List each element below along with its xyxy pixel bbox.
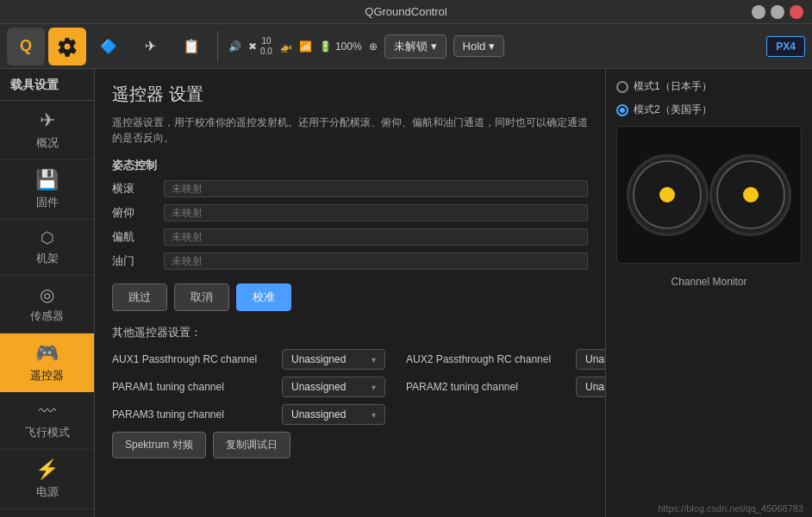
- sidebar-item-label-power: 电源: [36, 484, 59, 500]
- hold-label: Hold: [463, 40, 486, 53]
- calibrate-button[interactable]: 校准: [236, 283, 291, 311]
- settings-label-param2: PARAM2 tuning channel: [406, 381, 565, 393]
- left-joystick: [633, 160, 702, 229]
- channel-name-pitch: 俯仰: [112, 205, 164, 221]
- channel-name-throttle: 油门: [112, 253, 164, 269]
- channel-row-roll: 横滚 未映射: [112, 180, 588, 197]
- signal-value: 100.0: [260, 36, 272, 57]
- aux2-dropdown[interactable]: Unassigned ▾: [576, 349, 605, 370]
- toolbar-plan-button[interactable]: 📋: [172, 28, 210, 65]
- skip-button[interactable]: 跳过: [112, 283, 167, 311]
- attitude-section-label: 姿态控制: [112, 158, 588, 173]
- spektrum-button[interactable]: Spektrum 对频: [112, 432, 206, 458]
- right-joystick-outer: [709, 154, 791, 236]
- channel-bar-yaw: 未映射: [164, 228, 588, 246]
- param1-dropdown[interactable]: Unassigned ▾: [282, 377, 385, 397]
- unlock-button[interactable]: 未解锁 ▾: [384, 34, 447, 59]
- sidebar-item-rc[interactable]: 🎮 遥控器: [0, 333, 94, 393]
- window-controls: [752, 5, 803, 19]
- settings-grid: AUX1 Passthrough RC channel Unassigned ▾…: [112, 349, 588, 425]
- channel-status-yaw: 未映射: [172, 230, 203, 245]
- sidebar-item-airframe[interactable]: ⬡ 机架: [0, 220, 94, 276]
- channel-row-yaw: 偏航 未映射: [112, 228, 588, 246]
- sidebar-item-motors[interactable]: ⚙ 电机: [0, 509, 94, 517]
- sidebar-item-label-airframe: 机架: [36, 251, 59, 266]
- settings-row-0: AUX1 Passthrough RC channel Unassigned ▾…: [112, 349, 588, 370]
- battery-icon: 🔋: [319, 40, 332, 53]
- power-icon: ⚡: [35, 458, 59, 481]
- window-title: QGroundControl: [60, 5, 752, 18]
- copy-button[interactable]: 复制调试日: [213, 432, 290, 458]
- toolbar-home-button[interactable]: Q: [7, 28, 45, 65]
- rc-icon: 🎮: [35, 342, 59, 364]
- sidebar-item-label-summary: 概况: [36, 135, 59, 151]
- hold-button[interactable]: Hold ▾: [453, 35, 505, 57]
- mode1-option[interactable]: 模式1（日本手）: [616, 79, 712, 94]
- summary-icon: ✈: [40, 109, 55, 132]
- toolbar-separator: [217, 31, 218, 62]
- sidebar-header: 载具设置: [0, 69, 94, 101]
- cancel-button[interactable]: 取消: [174, 283, 229, 311]
- minimize-button[interactable]: [752, 5, 765, 19]
- param1-value: Unassigned: [291, 381, 346, 393]
- param1-arrow-icon: ▾: [372, 383, 376, 392]
- channel-bar-roll: 未映射: [164, 180, 588, 197]
- right-panel: 模式1（日本手） 模式2（美国手） Channel Monitor: [605, 69, 812, 517]
- joystick-monitor: [616, 126, 802, 264]
- footer-url: https://blog.csdn.net/qq_45068783: [658, 503, 803, 514]
- hold-dropdown-icon: ▾: [489, 40, 495, 53]
- close-button[interactable]: [790, 5, 803, 19]
- mode2-radio: [616, 104, 628, 116]
- bars-icon: 📶: [299, 40, 312, 53]
- bottom-buttons: Spektrum 对频 复制调试日: [112, 432, 588, 458]
- maximize-button[interactable]: [771, 5, 784, 19]
- sidebar-item-sensors[interactable]: ◎ 传感器: [0, 276, 94, 333]
- drone-icon: 🚁: [279, 40, 292, 53]
- sensors-icon: ◎: [40, 284, 54, 305]
- battery-value: 100%: [335, 40, 362, 53]
- channel-monitor-label: Channel Monitor: [616, 276, 802, 288]
- channel-status-roll: 未映射: [172, 182, 203, 196]
- speaker-icon: 🔊: [228, 40, 241, 53]
- drone-status: 🚁: [279, 40, 292, 53]
- left-joystick-outer: [627, 154, 709, 236]
- sidebar-item-firmware[interactable]: 💾 固件: [0, 160, 94, 220]
- settings-label-param3: PARAM3 tuning channel: [112, 408, 272, 420]
- mode1-radio: [616, 81, 628, 93]
- channel-name-roll: 横滚: [112, 181, 164, 196]
- toolbar-fly-button[interactable]: ✈: [131, 28, 169, 65]
- param3-dropdown[interactable]: Unassigned ▾: [282, 404, 385, 425]
- aux1-dropdown[interactable]: Unassigned ▾: [282, 349, 385, 370]
- airframe-icon: ⬡: [41, 228, 54, 247]
- settings-row-1: PARAM1 tuning channel Unassigned ▾ PARAM…: [112, 377, 588, 397]
- param2-dropdown[interactable]: Unassigned ▾: [576, 377, 605, 397]
- param2-value: Unassigned: [585, 381, 605, 393]
- toolbar-status: 🔊 ✖ 100.0 🚁 📶 🔋 100% ⊕ 未解锁 ▾ Hold ▾: [228, 34, 504, 59]
- channel-name-yaw: 偏航: [112, 229, 164, 245]
- channel-row-pitch: 俯仰 未映射: [112, 204, 588, 221]
- gear-icon: [57, 36, 78, 57]
- left-joystick-dot: [659, 187, 675, 202]
- param3-value: Unassigned: [291, 408, 346, 420]
- sidebar-item-power[interactable]: ⚡ 电源: [0, 450, 94, 509]
- mode1-label: 模式1（日本手）: [634, 79, 712, 94]
- content-area: 遥控器 设置 遥控器设置，用于校准你的遥控发射机。还用于分配横滚、俯仰、偏航和油…: [95, 69, 605, 517]
- channel-status-pitch: 未映射: [172, 206, 203, 221]
- sidebar-item-summary[interactable]: ✈ 概况: [0, 101, 94, 160]
- settings-label-aux1: AUX1 Passthrough RC channel: [112, 353, 272, 365]
- sidebar-item-label-firmware: 固件: [36, 195, 59, 210]
- signal-icon: ✖: [248, 40, 257, 53]
- unlock-label: 未解锁: [394, 39, 428, 54]
- mode2-option[interactable]: 模式2（美国手）: [616, 103, 712, 117]
- sidebar-item-flightmodes[interactable]: 〰 飞行模式: [0, 393, 94, 450]
- channel-bar-throttle: 未映射: [164, 252, 588, 270]
- toolbar-settings-button[interactable]: [48, 28, 86, 65]
- mode2-label: 模式2（美国手）: [634, 103, 712, 117]
- sidebar-item-label-rc: 遥控器: [30, 368, 64, 383]
- px4-logo: PX4: [766, 36, 805, 57]
- battery-status: 🔋 100%: [319, 40, 362, 53]
- sidebar-item-label-sensors: 传感器: [30, 308, 64, 324]
- other-settings-label: 其他遥控器设置：: [112, 325, 588, 340]
- toolbar-map-button[interactable]: 🔷: [90, 28, 128, 65]
- settings-row-2: PARAM3 tuning channel Unassigned ▾: [112, 404, 588, 425]
